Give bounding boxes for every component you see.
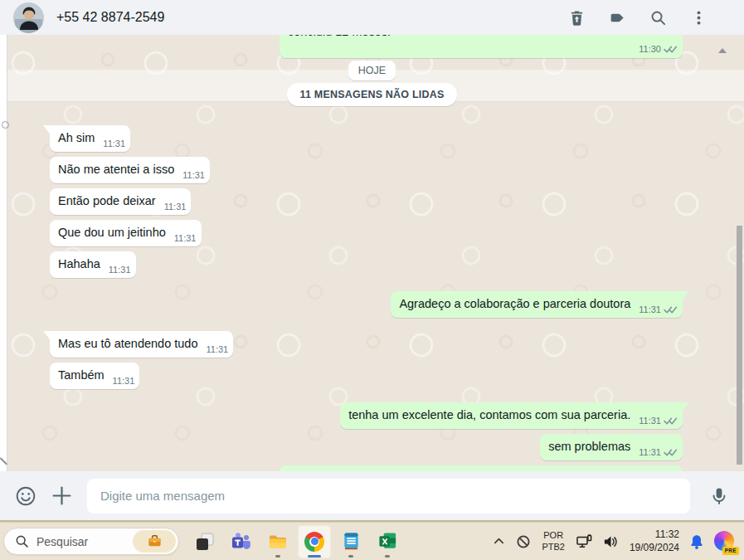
message-row: concluiu 12 meses. 11:30 [0, 35, 744, 58]
message-row: tenha um excelente dia, contamos com sua… [0, 402, 744, 429]
tray-chevron-up-icon[interactable] [493, 535, 505, 548]
message-row: Agradeço a colaboração e parceria doutor… [0, 291, 744, 318]
notepad-icon [342, 532, 361, 551]
message-meta: 11:31 [113, 375, 135, 387]
message-bubble-incoming[interactable]: Que dou um jeitinho 11:31 [50, 220, 202, 246]
panel-edge-fragment [0, 457, 7, 465]
taskbar-search-box[interactable]: Pesquisar [3, 528, 179, 555]
double-check-icon [664, 448, 678, 457]
copilot-pre-badge: PRE [722, 547, 739, 555]
windows-taskbar: Pesquisar [0, 522, 744, 560]
message-input[interactable] [87, 479, 690, 514]
message-text: Então pode deixar [58, 194, 156, 207]
chat-header: +55 42 8874-2549 [0, 0, 744, 35]
message-bubble-incoming[interactable]: Mas eu tô atendendo tudo 11:31 [50, 331, 233, 358]
running-indicator [348, 555, 353, 558]
message-row: caso em quando fizer 12 meses e não quis… [0, 465, 744, 471]
teams-button[interactable] [225, 525, 258, 558]
search-icon[interactable] [649, 8, 667, 27]
running-indicator [385, 555, 390, 558]
mic-icon[interactable] [708, 485, 730, 507]
contact-phone-number[interactable]: +55 42 8874-2549 [56, 10, 567, 25]
header-actions [567, 8, 727, 27]
message-bubble-incoming[interactable]: Ah sim 11:31 [50, 125, 130, 152]
message-row: Também 11:31 [0, 363, 744, 389]
message-meta: 11:31 [207, 343, 229, 356]
chat-message-area: concluiu 12 meses. 11:30 HOJE 11 MENSAGE… [0, 35, 744, 471]
double-check-icon [664, 416, 678, 426]
contact-avatar[interactable] [13, 2, 44, 33]
menu-kebab-icon[interactable] [689, 8, 708, 27]
keyboard-layout: PTB2 [542, 542, 565, 553]
message-time: 11:31 [174, 232, 197, 245]
tray-date: 19/09/2024 [630, 542, 679, 555]
message-text: sem problemas [548, 440, 630, 453]
left-panel-edge [0, 35, 7, 471]
taskbar-clock[interactable]: 11:32 19/09/2024 [630, 528, 679, 554]
task-view-button[interactable] [188, 525, 221, 558]
message-text: concluiu 12 meses. [288, 35, 391, 38]
language-code: POR [542, 530, 565, 542]
notepad-button[interactable] [334, 525, 367, 558]
excel-button[interactable] [371, 525, 404, 558]
message-meta: 11:31 [164, 201, 187, 213]
message-bubble-incoming[interactable]: Então pode deixar 11:31 [50, 188, 191, 215]
message-meta: 11:31 [639, 304, 678, 316]
attach-plus-icon[interactable] [51, 485, 73, 507]
emoji-icon[interactable] [14, 485, 36, 507]
language-indicator[interactable]: POR PTB2 [542, 530, 565, 553]
avatar-photo [13, 2, 44, 33]
status-blocked-icon[interactable] [516, 534, 531, 549]
message-text: Também [58, 368, 105, 382]
message-bubble-outgoing[interactable]: sem problemas 11:31 [540, 434, 683, 460]
chrome-icon [304, 532, 324, 552]
chat-scrollbar-thumb[interactable] [737, 226, 742, 465]
excel-icon [378, 532, 397, 551]
network-icon[interactable] [576, 534, 592, 549]
message-bubble-outgoing[interactable]: caso em quando fizer 12 meses e não quis… [280, 465, 683, 471]
whatsapp-window: +55 42 8874-2549 [0, 0, 744, 560]
message-text: tenha um excelente dia, contamos com sua… [348, 408, 630, 421]
teams-icon [231, 532, 251, 552]
message-row: Ah sim 11:31 [0, 125, 744, 152]
message-time: 11:31 [207, 343, 229, 356]
message-time: 11:30 [639, 43, 661, 56]
message-time: 11:31 [639, 446, 661, 459]
message-meta: 11:31 [103, 138, 125, 150]
copilot-button[interactable]: PRE [714, 531, 736, 553]
message-time: 11:31 [164, 201, 187, 213]
message-bubble-outgoing-cut[interactable]: concluiu 12 meses. 11:30 [280, 35, 683, 58]
panel-edge-fragment [2, 121, 9, 129]
message-time: 11:31 [109, 264, 131, 276]
message-bubble-incoming[interactable]: Hahaha 11:31 [50, 251, 136, 278]
file-explorer-button[interactable] [261, 525, 294, 558]
message-text: Que dou um jeitinho [58, 226, 166, 239]
message-time: 11:31 [113, 375, 135, 387]
notification-bell-icon[interactable] [690, 534, 703, 549]
message-meta: 11:30 [288, 43, 678, 56]
volume-icon[interactable] [603, 535, 619, 548]
label-icon[interactable] [608, 8, 626, 27]
message-text: Não me atentei a isso [58, 163, 174, 176]
date-divider-row: HOJE [0, 61, 744, 80]
message-meta: 11:31 [639, 415, 678, 427]
double-check-icon [664, 45, 678, 54]
message-bubble-outgoing[interactable]: tenha um excelente dia, contamos com sua… [340, 402, 683, 429]
message-row: Mas eu tô atendendo tudo 11:31 [0, 331, 744, 358]
message-time: 11:31 [639, 415, 661, 427]
task-view-icon [196, 533, 214, 551]
chrome-button[interactable] [298, 525, 331, 558]
message-bubble-incoming[interactable]: Também 11:31 [50, 363, 139, 389]
unread-divider-row: 11 MENSAGENS NÃO LIDAS [0, 83, 744, 106]
message-text: Ah sim [58, 131, 95, 144]
briefcase-icon [147, 533, 163, 549]
scroll-indicator-icon[interactable] [718, 48, 727, 53]
file-explorer-icon [268, 532, 288, 552]
delete-chat-icon[interactable] [567, 8, 586, 27]
message-time: 11:31 [639, 304, 661, 316]
search-highlight[interactable] [133, 530, 176, 553]
date-divider: HOJE [348, 61, 396, 80]
message-row: Não me atentei a isso 11:31 [0, 157, 744, 183]
message-bubble-outgoing[interactable]: Agradeço a colaboração e parceria doutor… [391, 291, 683, 318]
message-bubble-incoming[interactable]: Não me atentei a isso 11:31 [50, 157, 210, 183]
